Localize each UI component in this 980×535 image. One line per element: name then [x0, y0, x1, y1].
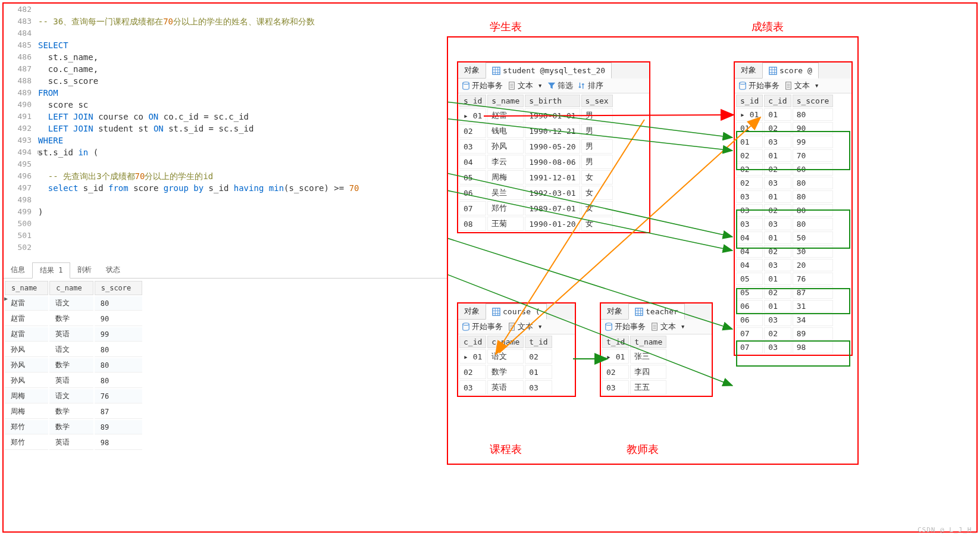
- grid-row[interactable]: 060131: [736, 300, 833, 312]
- grid-row[interactable]: 020260: [736, 163, 833, 176]
- watermark: CSDN @ L_J_H_: [918, 526, 976, 534]
- grid-row[interactable]: 030280: [736, 204, 833, 217]
- data-grid[interactable]: s_idc_ids_score▸ 01018001029001039902017…: [735, 93, 834, 355]
- tab-result1[interactable]: 结果 1: [32, 262, 70, 279]
- tab-data[interactable]: student @mysql_test_20: [486, 62, 612, 79]
- grid-row[interactable]: 02李四: [602, 365, 666, 379]
- result-row[interactable]: 赵雷语文80: [5, 296, 142, 311]
- grid-row[interactable]: ▸ 010180: [736, 108, 833, 121]
- grid-row[interactable]: 03孙风1990-05-20男: [459, 139, 613, 154]
- grid-row[interactable]: 04李云1990-08-06男: [459, 155, 613, 169]
- grid-row[interactable]: 030380: [736, 218, 833, 230]
- label-teacher: 教师表: [627, 442, 659, 456]
- tab-status[interactable]: 状态: [99, 262, 127, 278]
- tab-data[interactable]: course (: [486, 304, 547, 320]
- fold-indicator[interactable]: ⊟: [37, 148, 42, 156]
- text-view-button[interactable]: 文本 ▾: [784, 80, 819, 91]
- grid-col-header[interactable]: s_sex: [581, 95, 613, 107]
- grid-row[interactable]: 05周梅1991-12-01女: [459, 170, 613, 184]
- schema-diagram: 学生表 成绩表 课程表 教师表 对象student @mysql_test_20…: [447, 36, 859, 465]
- grid-col-header[interactable]: s_birth: [525, 95, 580, 107]
- grid-row[interactable]: 040230: [736, 245, 833, 258]
- grid-row[interactable]: 03王五: [602, 380, 666, 395]
- grid-row[interactable]: 020170: [736, 149, 833, 162]
- results-panel: 信息 结果 1 剖析 状态 ▶ s_namec_names_score赵雷语文8…: [4, 262, 447, 451]
- filter-icon[interactable]: 筛选: [547, 80, 573, 91]
- begin-transaction-button[interactable]: 开始事务: [462, 321, 503, 332]
- sql-editor: 4824834844854864874884894904914924934944…: [4, 4, 447, 259]
- result-row[interactable]: 孙风语文80: [5, 343, 142, 357]
- grid-row[interactable]: 06吴兰1992-03-01女: [459, 186, 613, 200]
- grid-row[interactable]: 040320: [736, 259, 833, 271]
- grid-row[interactable]: 030180: [736, 190, 833, 203]
- tab-object[interactable]: 对象: [601, 304, 628, 320]
- data-grid[interactable]: t_idt_name▸ 01张三02李四03王五: [601, 334, 668, 396]
- result-table[interactable]: s_namec_names_score赵雷语文80赵雷数学90赵雷英语99孙风语…: [4, 280, 143, 451]
- sort-icon[interactable]: 排序: [578, 80, 603, 91]
- svg-rect-0: [493, 67, 500, 74]
- grid-col-header[interactable]: c_name: [487, 336, 524, 348]
- text-view-button[interactable]: 文本 ▾: [508, 321, 543, 332]
- grid-row[interactable]: ▸ 01赵雷1990-01-01男: [459, 108, 613, 123]
- grid-row[interactable]: 07郑竹1989-07-01女: [459, 201, 613, 215]
- result-row[interactable]: 周梅语文76: [5, 389, 142, 403]
- result-row[interactable]: 周梅数学87: [5, 405, 142, 419]
- result-row[interactable]: 赵雷英语99: [5, 327, 142, 342]
- code-content[interactable]: -- 36、查询每一门课程成绩都在70分以上的学生的姓名、课程名称和分数 SEL…: [38, 4, 359, 254]
- panel-course: 对象course (开始事务文本 ▾c_idc_namet_id▸ 01语文02…: [457, 302, 576, 397]
- grid-row[interactable]: 050176: [736, 273, 833, 285]
- result-row[interactable]: 郑竹数学89: [5, 420, 142, 434]
- grid-col-header[interactable]: t_name: [630, 336, 666, 348]
- grid-row[interactable]: 02数学01: [459, 365, 552, 379]
- result-col-header[interactable]: s_score: [95, 281, 143, 295]
- begin-transaction-button[interactable]: 开始事务: [605, 321, 646, 332]
- grid-col-header[interactable]: c_id: [459, 336, 486, 348]
- tab-profile[interactable]: 剖析: [70, 262, 99, 278]
- grid-row[interactable]: 08王菊1990-01-20女: [459, 217, 613, 231]
- panel-score: 对象score @开始事务文本 ▾s_idc_ids_score▸ 010180…: [734, 61, 853, 356]
- svg-point-5: [463, 82, 469, 85]
- grid-col-header[interactable]: s_id: [736, 95, 763, 107]
- grid-row[interactable]: 070398: [736, 341, 833, 353]
- grid-row[interactable]: 02钱电1990-12-21男: [459, 124, 613, 138]
- grid-col-header[interactable]: c_id: [764, 95, 791, 107]
- grid-col-header[interactable]: s_name: [487, 95, 524, 107]
- result-row[interactable]: 赵雷数学90: [5, 312, 142, 326]
- begin-transaction-button[interactable]: 开始事务: [738, 80, 779, 91]
- grid-row[interactable]: 040150: [736, 231, 833, 244]
- grid-col-header[interactable]: t_id: [525, 336, 552, 348]
- label-course: 课程表: [490, 442, 522, 456]
- tab-object[interactable]: 对象: [735, 62, 762, 79]
- tab-object[interactable]: 对象: [458, 304, 486, 320]
- grid-col-header[interactable]: t_id: [602, 336, 629, 348]
- grid-row[interactable]: 050287: [736, 286, 833, 299]
- text-view-button[interactable]: 文本 ▾: [650, 321, 685, 332]
- grid-row[interactable]: ▸ 01语文02: [459, 349, 552, 364]
- data-grid[interactable]: s_ids_names_births_sex▸ 01赵雷1990-01-01男0…: [458, 93, 614, 232]
- tab-object[interactable]: 对象: [458, 62, 486, 79]
- grid-row[interactable]: 020380: [736, 177, 833, 189]
- tab-data[interactable]: score @: [762, 62, 819, 79]
- label-score: 成绩表: [752, 20, 784, 34]
- grid-row[interactable]: 03英语03: [459, 380, 552, 395]
- grid-row[interactable]: ▸ 01张三: [602, 349, 666, 364]
- grid-col-header[interactable]: s_id: [459, 95, 486, 107]
- grid-row[interactable]: 010399: [736, 136, 833, 148]
- result-col-header[interactable]: s_name: [5, 281, 48, 295]
- tab-data[interactable]: teacher: [628, 304, 685, 320]
- svg-rect-30: [635, 308, 643, 315]
- result-row[interactable]: 孙风数学80: [5, 358, 142, 373]
- svg-point-15: [740, 82, 746, 85]
- text-view-button[interactable]: 文本 ▾: [508, 80, 543, 91]
- grid-col-header[interactable]: s_score: [793, 95, 834, 107]
- begin-transaction-button[interactable]: 开始事务: [462, 80, 503, 91]
- grid-row[interactable]: 010290: [736, 122, 833, 134]
- result-row[interactable]: 孙风英语80: [5, 374, 142, 388]
- result-row[interactable]: 郑竹英语98: [5, 436, 142, 450]
- grid-row[interactable]: 070289: [736, 327, 833, 340]
- data-grid[interactable]: c_idc_namet_id▸ 01语文0202数学0103英语03: [458, 334, 553, 396]
- tab-info[interactable]: 信息: [4, 262, 32, 278]
- result-col-header[interactable]: c_name: [49, 281, 93, 295]
- grid-row[interactable]: 060334: [736, 314, 833, 326]
- label-student: 学生表: [490, 20, 522, 34]
